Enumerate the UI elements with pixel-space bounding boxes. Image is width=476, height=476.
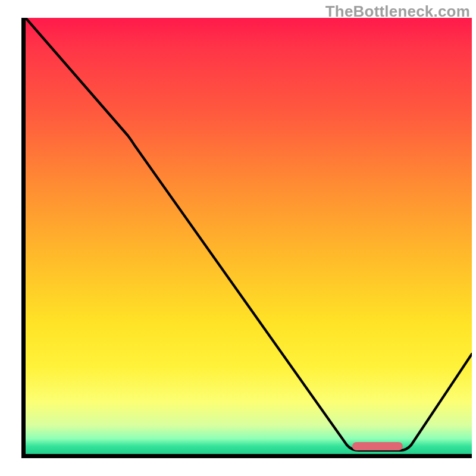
optimal-range-marker <box>352 442 403 450</box>
watermark-text: TheBottleneck.com <box>325 2 470 21</box>
plot-area <box>21 18 472 458</box>
bottleneck-curve-path <box>26 18 472 450</box>
curve-svg <box>26 18 472 454</box>
chart-container: TheBottleneck.com <box>0 0 476 476</box>
